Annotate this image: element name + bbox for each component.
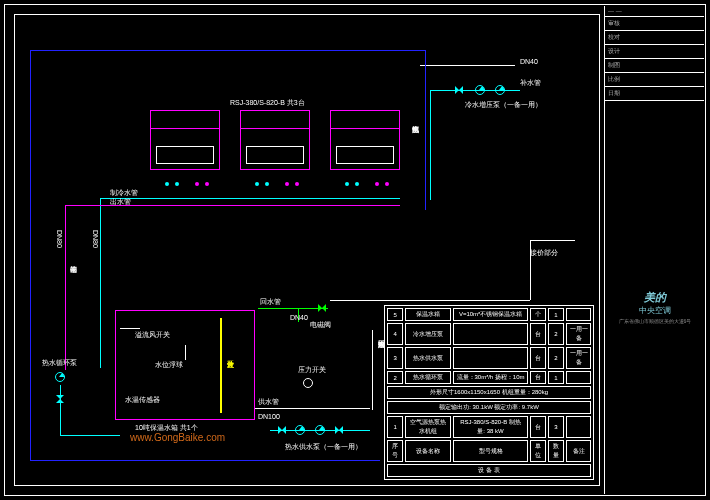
dn-label: DN80 — [92, 230, 99, 248]
unit-model-label: RSJ-380/S-820-B 共3台 — [230, 98, 305, 108]
header-cell: 单位 — [530, 440, 546, 462]
cell: 外形尺寸1600x1150x1650 机组重量：280kg — [387, 386, 591, 399]
boundary-top — [30, 50, 425, 51]
cell: 1 — [548, 308, 564, 321]
solenoid-valve — [318, 304, 326, 312]
table-title: 设 备 表 — [387, 464, 591, 477]
valve-icon — [56, 395, 64, 403]
cell: 一用一备 — [566, 323, 591, 345]
table-header-row: 序号 设备名称 型号规格 单位 数量 备注 — [387, 440, 591, 462]
tb-row: 审核 — [605, 17, 704, 31]
table-row: 3 热水供水泵 台 2 一用一备 — [387, 347, 591, 369]
pipe-joint — [255, 182, 259, 186]
cell: 保温水箱 — [405, 308, 451, 321]
cell — [566, 416, 591, 438]
level-gauge — [220, 318, 222, 413]
cold-pump-1 — [475, 85, 485, 95]
cell: 2 — [548, 323, 564, 345]
solenoid-label: 电磁阀 — [310, 320, 331, 330]
cell: 额定输出功: 30.1kW 额定功率: 9.7kW — [387, 401, 591, 414]
title-block: — — 审核 校对 设计 制图 比例 日期 — [604, 6, 704, 494]
cell: 流量：30m³/h 扬程：10m — [453, 371, 527, 384]
brand-sub: 中央空调 — [610, 305, 700, 316]
brand-addr: 广东省佛山市顺德区美的大道6号 — [610, 318, 700, 324]
pressure-label: 压力开关 — [298, 365, 326, 375]
cold-drop — [430, 90, 431, 200]
header-cell: 数量 — [548, 440, 564, 462]
circ-pipe — [60, 435, 120, 436]
pipe-joint — [345, 182, 349, 186]
cell: 台 — [530, 416, 546, 438]
pump-label: 热水循环泵 — [42, 358, 77, 368]
tb-row: 制图 — [605, 59, 704, 73]
supply-pipe — [255, 408, 370, 409]
cell: 2 — [387, 371, 403, 384]
hot-supply-pump-1 — [295, 425, 305, 435]
pressure-gauge — [303, 378, 313, 388]
cell: V=10m³不锈钢保温水箱 — [453, 308, 527, 321]
pipe-joint — [385, 182, 389, 186]
dn-label: DN40 — [290, 314, 308, 321]
cell: 3 — [387, 347, 403, 369]
cell: 2 — [548, 347, 564, 369]
level-float — [185, 345, 186, 360]
return-header-pipe — [100, 198, 400, 199]
riser-pipe — [372, 330, 373, 410]
heat-pump-unit-1 — [150, 110, 220, 170]
cell: 台 — [530, 347, 546, 369]
pipe-joint — [205, 182, 209, 186]
hot-circ-pump — [55, 372, 65, 382]
valve-icon — [455, 86, 463, 94]
table-row: 额定输出功: 30.1kW 额定功率: 9.7kW — [387, 401, 591, 414]
pipe-joint — [195, 182, 199, 186]
pump-label: 冷水增压泵（一备一用） — [465, 100, 542, 110]
valve-icon — [335, 426, 343, 434]
cell: 个 — [530, 308, 546, 321]
watermark: www.GongBaike.com — [130, 432, 225, 443]
valve-icon — [278, 426, 286, 434]
table-row: 4 冷水增压泵 台 2 一用一备 — [387, 323, 591, 345]
sensor-label: 水温传感器 — [125, 395, 160, 405]
pipe-label: 回水管 — [260, 297, 281, 307]
supply-riser — [65, 205, 66, 370]
pipe-label: 出水管 — [110, 197, 131, 207]
tb-row: 日期 — [605, 87, 704, 101]
cell: 1 — [387, 416, 403, 438]
equipment-table: 5 保温水箱 V=10m³不锈钢保温水箱 个 1 4 冷水增压泵 台 2 一用一… — [384, 305, 594, 480]
boundary-bottom — [30, 460, 380, 461]
long-pipe-ext — [530, 240, 575, 241]
dn-label: DN100 — [258, 413, 280, 420]
header-cell: 序号 — [387, 440, 403, 462]
overflow-label: 溢流风开关 — [135, 330, 170, 340]
circ-pipe — [60, 385, 61, 435]
pipe-joint — [165, 182, 169, 186]
tb-row: 校对 — [605, 31, 704, 45]
supply-label: 供水管 — [258, 397, 279, 407]
long-pipe — [330, 300, 530, 301]
return-riser — [100, 198, 101, 368]
pipe-joint — [175, 182, 179, 186]
pipe-joint — [265, 182, 269, 186]
cell: 空气源热泵热水机组 — [405, 416, 451, 438]
cell: 3 — [548, 416, 564, 438]
section-label: 接价部分 — [530, 248, 558, 258]
pipe-joint — [285, 182, 289, 186]
table-row: 外形尺寸1600x1150x1650 机组重量：280kg — [387, 386, 591, 399]
cell: 冷水增压泵 — [405, 323, 451, 345]
cell: RSJ-380/S-820-B 制热量: 38 kW — [453, 416, 527, 438]
table-row: 5 保温水箱 V=10m³不锈钢保温水箱 个 1 — [387, 308, 591, 321]
cell: 台 — [530, 371, 546, 384]
cold-supply-pipe — [420, 65, 515, 66]
table-row: 2 热水循环泵 流量：30m³/h 扬程：10m 台 1 — [387, 371, 591, 384]
pipe-joint — [295, 182, 299, 186]
cell: 台 — [530, 323, 546, 345]
table-row: 1 空气源热泵热水机组 RSJ-380/S-820-B 制热量: 38 kW 台… — [387, 416, 591, 438]
cell — [566, 371, 591, 384]
dn-label: DN40 — [520, 58, 538, 65]
cell: 热水供水泵 — [405, 347, 451, 369]
pipe-joint — [375, 182, 379, 186]
tb-row: 比例 — [605, 73, 704, 87]
overflow-sw — [120, 328, 140, 329]
header-cell: 型号规格 — [453, 440, 527, 462]
boundary-right-top — [425, 50, 426, 210]
